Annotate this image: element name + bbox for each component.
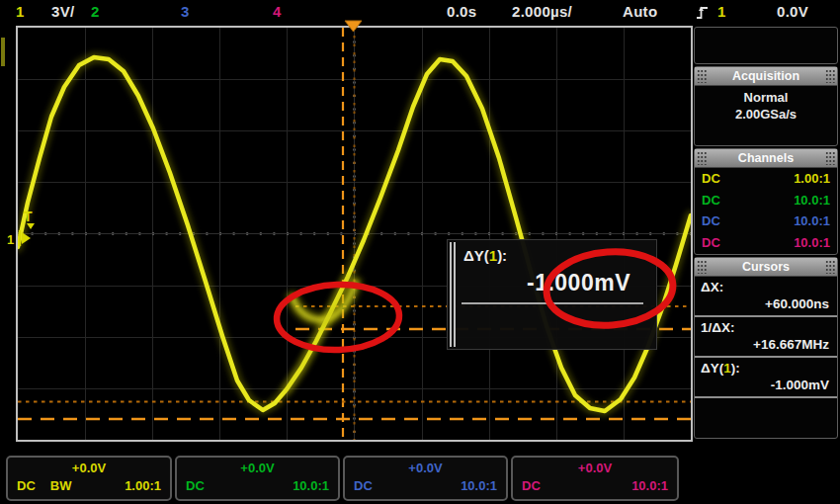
acquisition-panel: Acquisition Normal 2.00GSa/s — [694, 66, 838, 146]
channel-4-button[interactable]: 4 — [273, 3, 282, 20]
drag-grip-icon[interactable] — [825, 260, 835, 274]
popup-delta-y-value: -1.000mV — [527, 270, 630, 296]
inverse-delta-x-value: +16.667MHz — [701, 335, 831, 352]
cursors-title: Cursors — [742, 260, 790, 274]
sidebar-empty-box — [694, 27, 838, 64]
offscreen-signal-indicator — [1, 38, 5, 66]
ch2-coupling: DC — [702, 193, 720, 208]
acquisition-panel-header[interactable]: Acquisition — [695, 67, 837, 86]
cursors-panel: Cursors ΔX: +60.000ns 1/ΔX: +16.667MHz Δ… — [694, 257, 838, 439]
channel-row-1[interactable]: DC 1.00:1 — [695, 168, 837, 190]
channel-3-button[interactable]: 3 — [181, 3, 190, 20]
channel-row-2[interactable]: DC 10.0:1 — [695, 190, 837, 211]
popup-separator — [462, 302, 643, 304]
ch1-probe-label: 1.00:1 — [125, 478, 161, 493]
ch1-offset: +0.0V — [8, 458, 170, 475]
ch1-coupling-label: DC — [17, 478, 36, 493]
ch4-coupling-label: DC — [522, 478, 541, 493]
delta-y-readout: ΔY(1): -1.000mV — [695, 358, 837, 398]
channel-1-status-box[interactable]: +0.0V DC BW 1.00:1 — [6, 456, 172, 501]
ch4-probe-ratio: 10.0:1 — [794, 235, 830, 250]
channels-panel-header[interactable]: Channels — [695, 149, 837, 168]
ch3-coupling-label: DC — [354, 478, 373, 493]
ch1-bandwidth-label: BW — [50, 478, 72, 493]
channels-title: Channels — [738, 151, 794, 165]
acquisition-title: Acquisition — [732, 69, 799, 83]
ch4-coupling: DC — [702, 235, 720, 250]
time-offset-readout[interactable]: 0.0s — [447, 3, 476, 20]
ch2-offset: +0.0V — [177, 458, 338, 475]
delta-x-readout: ΔX: +60.000ns — [695, 277, 837, 317]
ch1-coupling: DC — [702, 171, 720, 186]
trigger-mode-readout[interactable]: Auto — [623, 3, 657, 20]
ch3-coupling: DC — [702, 213, 720, 228]
channel-2-status-box[interactable]: +0.0V DC 10.0:1 — [175, 456, 340, 501]
popup-drag-handle[interactable] — [450, 242, 456, 347]
status-bar: 1 3V/ 2 3 4 0.0s 2.000µs/ Auto 1 0.0V — [0, 0, 840, 26]
channel-row-3[interactable]: DC 10.0:1 — [695, 210, 837, 232]
ch4-offset: +0.0V — [513, 458, 677, 475]
delta-x-value: +60.000ns — [701, 294, 831, 311]
channel-4-status-box[interactable]: +0.0V DC 10.0:1 — [511, 456, 679, 501]
graticule-center-axes — [18, 28, 691, 440]
delta-y-label: ΔY(1): — [701, 361, 831, 376]
drag-grip-icon[interactable] — [697, 151, 707, 165]
timebase-readout[interactable]: 2.000µs/ — [512, 3, 572, 20]
ch4-probe-label: 10.0:1 — [631, 478, 668, 493]
trigger-level-readout[interactable]: 0.0V — [777, 3, 808, 20]
edge-trigger-icon — [695, 4, 710, 22]
acquisition-mode: Normal — [695, 89, 837, 106]
drag-grip-icon[interactable] — [697, 69, 707, 83]
delta-x-label: ΔX: — [701, 280, 831, 294]
ch1-probe-ratio: 1.00:1 — [794, 171, 830, 186]
channel-1-button[interactable]: 1 — [16, 3, 25, 20]
ch2-coupling-label: DC — [186, 478, 205, 493]
drag-grip-icon[interactable] — [697, 260, 707, 274]
ch2-probe-ratio: 10.0:1 — [794, 193, 830, 208]
delta-y-value: -1.000mV — [701, 376, 831, 392]
drag-grip-icon[interactable] — [825, 151, 835, 165]
channel-1-scale[interactable]: 3V/ — [51, 3, 74, 20]
ch3-offset: +0.0V — [345, 458, 506, 475]
ch3-probe-label: 10.0:1 — [461, 478, 497, 493]
oscilloscope-screen: 1 3V/ 2 3 4 0.0s 2.000µs/ Auto 1 0.0V — [0, 0, 840, 504]
graticule-and-waveform — [18, 28, 691, 440]
ch2-probe-label: 10.0:1 — [293, 478, 329, 493]
drag-grip-icon[interactable] — [825, 69, 835, 83]
acquisition-sample-rate: 2.00GSa/s — [695, 106, 837, 123]
cursors-panel-header[interactable]: Cursors — [695, 258, 837, 277]
cursor-readout-popup[interactable]: ΔY(1): -1.000mV — [447, 239, 657, 350]
waveform-display[interactable] — [16, 26, 693, 442]
inverse-delta-x-label: 1/ΔX: — [701, 320, 831, 335]
channel-row-4[interactable]: DC 10.0:1 — [695, 232, 837, 254]
inverse-delta-x-readout: 1/ΔX: +16.667MHz — [695, 317, 837, 358]
ch1-ground-marker[interactable]: 1 — [7, 232, 14, 247]
channel-2-button[interactable]: 2 — [91, 3, 100, 20]
channels-panel: Channels DC 1.00:1 DC 10.0:1 DC 10.0:1 D… — [694, 148, 838, 255]
trigger-source-readout[interactable]: 1 — [717, 3, 726, 20]
channel-3-status-box[interactable]: +0.0V DC 10.0:1 — [343, 456, 508, 501]
popup-delta-y-label: ΔY(1): — [463, 247, 507, 264]
ch3-probe-ratio: 10.0:1 — [794, 213, 830, 228]
